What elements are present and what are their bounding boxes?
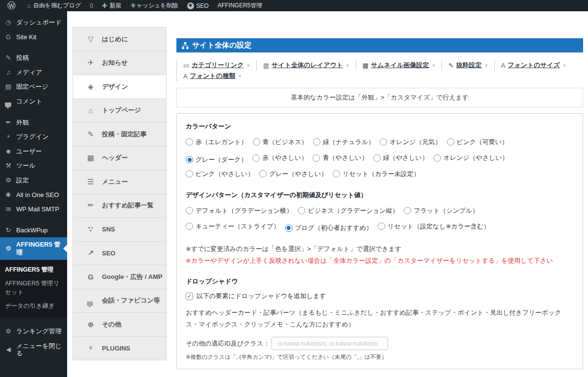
sidebar-item[interactable]: G Site Kit xyxy=(0,30,67,45)
color-pattern-option[interactable]: グレー（やさしい） xyxy=(259,167,327,181)
admin-bar-item[interactable]: キャッシュを削除 xyxy=(126,0,183,11)
radio-button[interactable] xyxy=(333,170,340,177)
color-pattern-option[interactable]: 緑（やさしい） xyxy=(373,151,428,165)
theme-menu-item[interactable]: ✏ おすすめ記事一覧 xyxy=(73,194,166,218)
admin-bar-item[interactable]: ✱ SEO xyxy=(183,0,213,11)
extra-class-input[interactable] xyxy=(271,337,388,350)
checkbox-checked[interactable] xyxy=(186,293,193,300)
option-label: ブログ（初心者おすすめ） xyxy=(295,221,372,235)
color-pattern-option[interactable]: ピンク（可愛い） xyxy=(447,135,508,149)
design-pattern-option[interactable]: デフォルト（グラデーション横） xyxy=(186,203,293,218)
color-pattern-option[interactable]: リセット（カラー未設定） xyxy=(333,167,420,181)
admin-bar-item[interactable]: 0 xyxy=(85,0,98,11)
theme-menu-item[interactable]: 会話・ファビコン等 xyxy=(73,289,166,313)
radio-button[interactable] xyxy=(259,170,267,177)
radio-button[interactable] xyxy=(298,207,305,214)
theme-menu-item[interactable]: ✎ 投稿・固定記事 xyxy=(73,123,166,147)
option-label: リセット（カラー未設定） xyxy=(343,167,420,181)
admin-bar-item[interactable]: Ⓦ xyxy=(3,0,23,11)
sidebar-item-label: コメント xyxy=(16,98,42,105)
color-pattern-option[interactable]: オレンジ（元気） xyxy=(380,135,441,149)
admin-bar-item[interactable]: AFFINGER5管理 xyxy=(213,0,267,11)
radio-button[interactable] xyxy=(404,207,411,214)
radio-button[interactable] xyxy=(378,223,385,230)
radio-button[interactable] xyxy=(373,154,381,162)
design-pattern-option[interactable]: フラット（シンプル） xyxy=(404,203,478,218)
color-pattern-option[interactable]: 青（やさしい） xyxy=(313,151,368,165)
theme-menu-item[interactable]: ☰ メニュー xyxy=(73,170,166,194)
radio-button[interactable] xyxy=(253,138,260,146)
sidebar-item[interactable]: ⚙ 設定 xyxy=(0,173,67,188)
theme-menu-item[interactable]: ⊕ その他 xyxy=(73,313,166,337)
design-pattern-option[interactable]: ビジネス（グラデーション縦） xyxy=(298,203,398,218)
sidebar-item[interactable]: ⚡ プラグイン xyxy=(0,129,67,144)
radio-button[interactable] xyxy=(186,223,193,230)
color-pattern-option[interactable]: 緑（ナチュラル） xyxy=(313,135,375,149)
theme-menu-label: メニュー xyxy=(102,177,128,186)
radio-button[interactable] xyxy=(186,138,193,146)
color-pattern-option[interactable]: グレー（ダーク） xyxy=(186,152,247,167)
color-pattern-option[interactable]: 赤（エレガント） xyxy=(186,135,247,149)
submenu-item-label: データの引き継ぎ xyxy=(5,302,54,309)
submenu-item[interactable]: AFFINGER5 管理 xyxy=(0,263,67,276)
theme-menu-item[interactable]: ↗ SEO xyxy=(73,242,166,266)
design-pattern-option[interactable]: キューティー（ストライプ） xyxy=(186,219,280,233)
design-pattern-option[interactable]: リセット（設定なし※カラー含む） xyxy=(378,219,490,233)
sidebar-item-label: ユーザー xyxy=(16,148,42,155)
sidebar-item[interactable]: ✱ All in One SEO xyxy=(0,188,67,202)
theme-menu-item[interactable]: ◈ デザイン xyxy=(73,75,166,99)
radio-button[interactable] xyxy=(380,138,387,146)
sidebar-item[interactable]: ⚙ ランキング管理 xyxy=(0,324,67,339)
radio-button[interactable] xyxy=(313,138,320,146)
quick-link[interactable]: ▥ サイト全体のレイアウト ∨ xyxy=(256,60,356,71)
sidebar-item[interactable]: ⚒ ツール xyxy=(0,158,67,173)
color-pattern-option[interactable]: 青（ビジネス） xyxy=(253,135,308,149)
sidebar-item[interactable]: ✒ 外観 xyxy=(0,115,67,130)
quick-link[interactable]: A フォントの種類 ∨ xyxy=(176,71,248,81)
drop-shadow-checkbox-row[interactable]: 以下の要素にドロップシャドウを追加します xyxy=(186,292,574,301)
theme-menu-item[interactable]: ▽ はじめに xyxy=(73,27,166,51)
sidebar-item[interactable]: ✎ 投稿 xyxy=(0,50,67,65)
theme-menu-item[interactable]: ⌂ トップページ xyxy=(73,99,166,123)
sidebar-item-label: プラグイン xyxy=(16,133,49,141)
radio-button[interactable] xyxy=(186,207,193,214)
radio-button[interactable] xyxy=(252,154,260,162)
drop-shadow-description: おすすめヘッダーカード・記事パーツ（まるもじ・ミニふきだし・おすすめ記事・ステッ… xyxy=(186,307,574,330)
sidebar-item[interactable]: ✉ WP Mail SMTP xyxy=(0,202,67,217)
radio-button[interactable] xyxy=(186,170,193,177)
sidebar-item[interactable]: ▤ 固定ページ xyxy=(0,79,67,94)
radio-button[interactable] xyxy=(447,138,454,146)
radio-button[interactable] xyxy=(186,156,193,163)
sidebar-item[interactable]: ↻ BackWPup xyxy=(0,223,67,238)
radio-button[interactable] xyxy=(313,154,320,162)
quick-link[interactable]: ▦ サムネイル画像設定 ∨ xyxy=(356,60,441,71)
quick-links: ▭ カテゴリーリンク ∨ ▥ サイト全体のレイアウト ∨ ▦ サムネイル画像設定… xyxy=(176,60,583,81)
admin-bar-icon: ✱ xyxy=(187,2,194,9)
theme-menu: ▽ はじめに ✈ お知らせ ◈ デザイン ⌂ トップページ ✎ 投稿・固定記事 … xyxy=(73,27,167,377)
sidebar-item[interactable]: ⚙ AFFINGER5 管理 xyxy=(0,237,67,259)
quick-link[interactable]: ✎ 抜粋設定 ∨ xyxy=(441,60,494,71)
sidebar-item[interactable]: ◷ ダッシュボード xyxy=(0,15,67,30)
theme-menu-item[interactable]: ∵ SNS xyxy=(73,218,166,242)
admin-bar-item[interactable]: ⌂ 自由を掴むブログ xyxy=(23,0,85,11)
sidebar-item[interactable]: ☻ ユーザー xyxy=(0,144,67,159)
submenu-item[interactable]: AFFINGER5 管理リセット xyxy=(0,276,67,299)
theme-menu-item[interactable]: ▦ ヘッダー xyxy=(73,147,166,171)
admin-bar-item[interactable]: ✚ 新規 xyxy=(98,0,126,11)
sidebar-item[interactable]: コメント xyxy=(0,94,67,109)
theme-menu-item[interactable]: G Google・広告 / AMP xyxy=(73,265,166,289)
theme-menu-item[interactable]: ⚡ PLUGINS xyxy=(73,337,166,361)
theme-menu-item[interactable]: ✈ お知らせ xyxy=(73,51,166,75)
color-pattern-option[interactable]: ピンク（やさしい） xyxy=(186,167,254,181)
submenu-item[interactable]: データの引き継ぎ xyxy=(0,299,67,313)
color-pattern-option[interactable]: オレンジ（やさしい） xyxy=(434,151,508,165)
color-pattern-option[interactable]: 赤（やさしい） xyxy=(252,151,307,165)
sidebar-item[interactable]: ♫ メディア xyxy=(0,65,67,80)
radio-button[interactable] xyxy=(434,154,441,162)
design-pattern-option[interactable]: ブログ（初心者おすすめ） xyxy=(285,221,372,235)
theme-menu-icon: ☰ xyxy=(86,177,95,186)
sidebar-item[interactable]: ◀ メニューを閉じる xyxy=(0,339,67,361)
quick-link[interactable]: ▭ カテゴリーリンク ∨ xyxy=(176,60,256,71)
quick-link[interactable]: A フォントのサイズ ∨ xyxy=(494,60,573,71)
radio-button[interactable] xyxy=(285,225,293,232)
